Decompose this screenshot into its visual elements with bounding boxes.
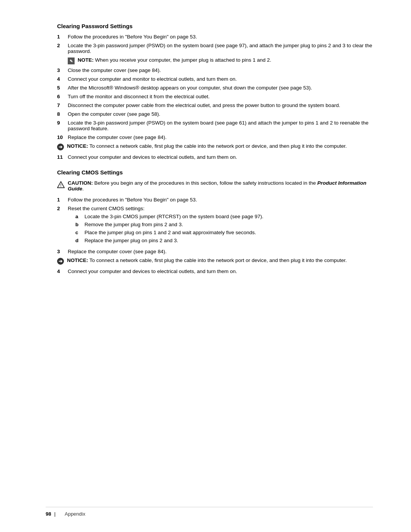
svg-text:!: ! xyxy=(60,184,61,188)
section-title-password: Clearing Password Settings xyxy=(57,23,373,29)
step-number: 1 xyxy=(57,197,68,203)
sub-label: a xyxy=(75,214,84,219)
list-item: 1 Follow the procedures in "Before You B… xyxy=(57,34,373,40)
sub-label: d xyxy=(75,238,84,243)
caution-triangle-icon: ! xyxy=(57,181,65,189)
note-box: ✎ NOTE: When you receive your computer, … xyxy=(57,57,373,64)
note-text: NOTE: When you receive your computer, th… xyxy=(78,57,271,63)
notice-box-1: ➔ NOTICE: To connect a network cable, fi… xyxy=(57,143,373,150)
step-text: Close the computer cover (see page 84). xyxy=(68,67,373,73)
step-number: 1 xyxy=(57,34,68,40)
notice-text: NOTICE: To connect a network cable, firs… xyxy=(67,143,347,149)
list-item: 9 Locate the 3-pin password jumper (PSWD… xyxy=(57,120,373,131)
sub-text: Place the jumper plug on pins 1 and 2 an… xyxy=(84,230,373,235)
step-text: Open the computer cover (see page 58). xyxy=(68,111,373,117)
caution-box: ! CAUTION: Before you begin any of the p… xyxy=(57,180,373,192)
list-item: 5 After the Microsoft® Windows® desktop … xyxy=(57,85,373,91)
step-number: 2 xyxy=(57,206,68,211)
notice-icon-2: ➔ xyxy=(57,258,64,265)
sub-text: Locate the 3-pin CMOS jumper (RTCRST) on… xyxy=(84,214,373,219)
list-item: 8 Open the computer cover (see page 58). xyxy=(57,111,373,117)
sub-text: Remove the jumper plug from pins 2 and 3… xyxy=(84,222,373,227)
sub-label: b xyxy=(75,222,84,227)
step-number: 3 xyxy=(57,249,68,254)
step-number: 8 xyxy=(57,111,68,117)
section-clearing-password: Clearing Password Settings 1 Follow the … xyxy=(57,23,373,160)
step-text: Connect your computer and devices to ele… xyxy=(68,154,373,160)
password-steps-list: 1 Follow the procedures in "Before You B… xyxy=(57,34,373,140)
list-item: 11 Connect your computer and devices to … xyxy=(57,154,373,160)
list-item: 3 Close the computer cover (see page 84)… xyxy=(57,67,373,73)
step-text: Replace the computer cover (see page 84)… xyxy=(68,249,373,254)
list-item: 3 Replace the computer cover (see page 8… xyxy=(57,249,373,254)
step-number: 6 xyxy=(57,94,68,99)
step-text: After the Microsoft® Windows® desktop ap… xyxy=(68,85,373,91)
notice-box-2: ➔ NOTICE: To connect a network cable, fi… xyxy=(57,257,373,265)
section-title-cmos: Clearing CMOS Settings xyxy=(57,169,373,176)
section-clearing-cmos: Clearing CMOS Settings ! CAUTION: Before… xyxy=(57,169,373,274)
step-text: Follow the procedures in "Before You Beg… xyxy=(68,197,373,203)
step-number: 4 xyxy=(57,76,68,82)
step-text: Locate the 3-pin password jumper (PSWD) … xyxy=(68,120,373,131)
step-text: Connect your computer and monitor to ele… xyxy=(68,76,373,82)
step-text: Disconnect the computer power cable from… xyxy=(68,102,373,108)
sub-list-item: a Locate the 3-pin CMOS jumper (RTCRST) … xyxy=(75,214,373,219)
step-number: 2 xyxy=(57,43,68,48)
sub-label: c xyxy=(75,230,84,235)
sub-items-list: a Locate the 3-pin CMOS jumper (RTCRST) … xyxy=(75,214,373,243)
step-text: Turn off the monitor and disconnect it f… xyxy=(68,94,373,99)
list-item: 10 Replace the computer cover (see page … xyxy=(57,134,373,140)
step-number: 9 xyxy=(57,120,68,126)
footer-separator: | xyxy=(54,511,56,517)
list-item: 6 Turn off the monitor and disconnect it… xyxy=(57,94,373,99)
page-number: 98 xyxy=(46,511,51,517)
notice-text-2: NOTICE: To connect a network cable, firs… xyxy=(67,257,347,263)
sub-list-item: d Replace the jumper plug on pins 2 and … xyxy=(75,238,373,243)
cmos-steps-list: 1 Follow the procedures in "Before You B… xyxy=(57,197,373,254)
step-text: Connect your computer and devices to ele… xyxy=(68,268,373,274)
step-number: 11 xyxy=(57,154,68,160)
step-number: 4 xyxy=(57,268,68,274)
step-number: 10 xyxy=(57,134,68,140)
list-item: 4 Connect your computer and devices to e… xyxy=(57,268,373,274)
list-item: 2 Reset the current CMOS settings: a Loc… xyxy=(57,206,373,246)
step-number: 3 xyxy=(57,67,68,73)
list-item: 2 Locate the 3-pin password jumper (PSWD… xyxy=(57,43,373,54)
step-text: Reset the current CMOS settings: xyxy=(68,206,145,211)
step-number: 5 xyxy=(57,85,68,91)
notice-icon: ➔ xyxy=(57,144,64,150)
footer-label: Appendix xyxy=(65,511,85,517)
sub-list-item: b Remove the jumper plug from pins 2 and… xyxy=(75,222,373,227)
step-number: 7 xyxy=(57,102,68,108)
page-footer: 98 | Appendix xyxy=(46,507,373,517)
step-content: Reset the current CMOS settings: a Locat… xyxy=(68,206,373,246)
step-text: Follow the procedures in "Before You Beg… xyxy=(68,34,373,40)
list-item: 7 Disconnect the computer power cable fr… xyxy=(57,102,373,108)
note-icon: ✎ xyxy=(68,58,75,64)
step-text: Locate the 3-pin password jumper (PSWD) … xyxy=(68,43,373,54)
list-item: 4 Connect your computer and monitor to e… xyxy=(57,76,373,82)
step-text: Replace the computer cover (see page 84)… xyxy=(68,134,373,140)
sub-list-item: c Place the jumper plug on pins 1 and 2 … xyxy=(75,230,373,235)
list-item: 1 Follow the procedures in "Before You B… xyxy=(57,197,373,203)
cmos-steps-list-cont: 4 Connect your computer and devices to e… xyxy=(57,268,373,274)
sub-text: Replace the jumper plug on pins 2 and 3. xyxy=(84,238,373,243)
caution-text: CAUTION: Before you begin any of the pro… xyxy=(68,180,373,192)
password-steps-list-cont: 11 Connect your computer and devices to … xyxy=(57,154,373,160)
